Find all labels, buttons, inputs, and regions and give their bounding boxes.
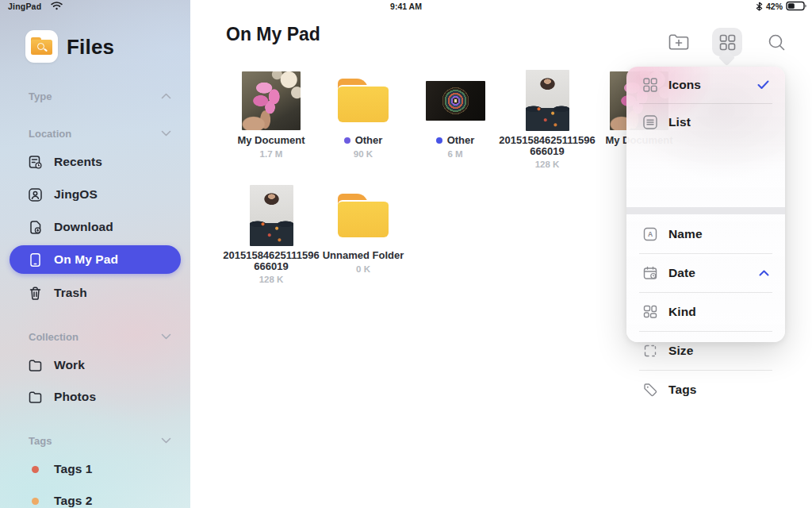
menu-item-date[interactable]: Date [626,253,785,292]
app-title: Files [67,35,114,60]
menu-separator [626,207,785,214]
section-header-collection[interactable]: Collection [0,331,190,345]
tag-dot-red [32,466,39,473]
kind-icon [642,304,657,319]
page-title: On My Pad [226,24,320,45]
folder-icon [28,390,43,405]
image-thumbnail [250,185,293,246]
sidebar-item-recents[interactable]: Recents [10,148,181,176]
view-options-icon [719,34,736,51]
file-name: Other [447,135,475,146]
date-icon [642,265,657,280]
image-thumbnail [242,71,301,130]
file-size: 6 M [409,149,501,159]
chevron-up-icon [161,93,171,99]
file-tag-dot [436,137,442,144]
file-size: 90 K [317,149,409,159]
menu-item-name[interactable]: A Name [626,214,785,253]
check-icon [757,80,769,90]
file-name: 20151584625111596666019 [498,135,596,156]
file-name: My Document [222,135,320,146]
sidebar-item-tags-1[interactable]: Tags 1 [10,455,181,483]
chevron-down-icon [161,333,171,340]
sidebar: Files Type Location Recents JingOS Downl… [0,0,190,508]
file-size: 1.7 M [225,149,317,159]
file-name: Unnamed Folder [314,250,412,261]
recents-icon [28,155,43,170]
folder-thumbnail [338,194,389,237]
battery-percent-label: 42% [766,2,783,11]
section-header-location[interactable]: Location [0,128,190,142]
battery-icon [786,1,807,11]
list-icon [642,115,657,130]
image-thumbnail [526,70,569,131]
view-options-button[interactable] [712,28,742,56]
file-item[interactable]: Unnamed Folder 0 K [317,185,409,274]
chevron-down-icon [161,437,171,444]
user-icon [28,187,43,202]
folder-thumbnail [338,79,389,122]
new-folder-button[interactable] [667,30,691,54]
sidebar-item-trash[interactable]: Trash [10,279,181,307]
file-item[interactable]: My Document 1.7 M [225,70,317,159]
section-header-tags[interactable]: Tags [0,435,190,449]
folder-icon [28,358,43,373]
sidebar-item-work[interactable]: Work [10,351,181,379]
status-bar: JingPad 9:41 AM 42% [0,0,812,13]
menu-item-size[interactable]: Size [626,331,785,370]
file-size: 128 K [225,275,317,284]
sidebar-item-download[interactable]: Download [10,213,181,241]
download-icon [28,220,43,235]
file-size: 128 K [501,160,593,169]
size-icon [642,343,657,358]
menu-item-list[interactable]: List [626,104,785,140]
chevron-down-icon [161,130,171,137]
tag-icon [642,382,657,397]
file-tag-dot [344,137,350,144]
sidebar-item-tags-2[interactable]: Tags 2 [10,487,181,508]
clock-label: 9:41 AM [0,2,812,11]
menu-item-tags[interactable]: Tags [626,370,785,409]
icons-grid-icon [642,78,657,93]
sidebar-item-on-my-pad[interactable]: On My Pad [10,245,181,274]
svg-text:A: A [647,230,652,238]
file-name: Other [355,135,383,146]
file-name: 20151584625111596666019 [222,250,320,271]
file-item[interactable]: Other 90 K [317,70,409,159]
section-header-type[interactable]: Type [0,90,190,105]
trash-icon [28,286,43,301]
menu-item-kind[interactable]: Kind [626,292,785,331]
sidebar-item-photos[interactable]: Photos [10,383,181,411]
file-item[interactable]: 20151584625111596666019 128 K [225,185,317,284]
files-app-icon [25,30,58,63]
search-icon [768,33,786,52]
view-options-menu: Icons List A Name Date Kind Size [626,67,785,342]
search-button[interactable] [765,31,787,53]
image-thumbnail [426,81,485,121]
menu-item-icons[interactable]: Icons [626,67,785,103]
file-size: 0 K [317,264,409,274]
sidebar-item-jingos[interactable]: JingOS [10,180,181,209]
pad-icon [28,252,43,267]
new-folder-icon [668,33,689,51]
sort-asc-chevron-icon [759,270,769,276]
tag-dot-orange [32,498,39,505]
file-item[interactable]: 20151584625111596666019 128 K [501,70,593,169]
name-icon: A [642,226,657,241]
bluetooth-icon [756,2,763,11]
file-item[interactable]: Other 6 M [409,70,501,159]
